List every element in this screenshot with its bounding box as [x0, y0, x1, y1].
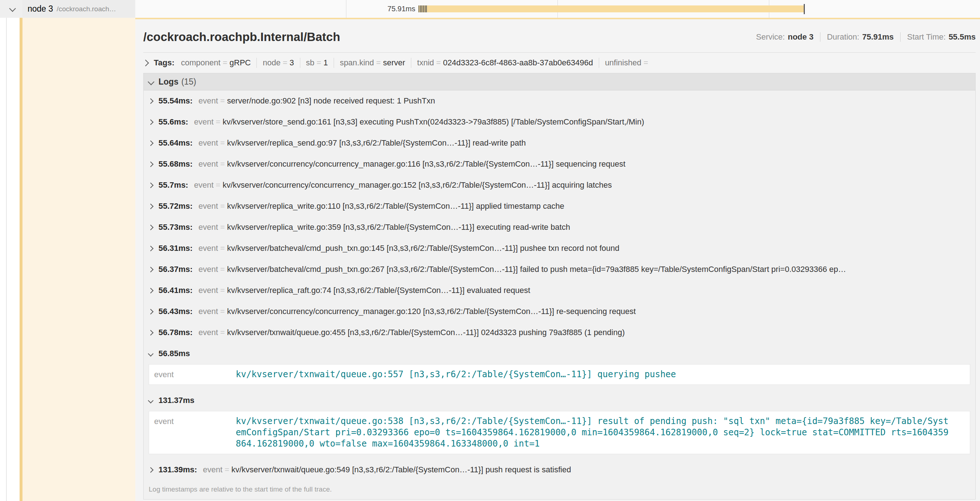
- chevron-down-icon[interactable]: [148, 351, 154, 356]
- tag-item: txnid = 024d3323-6c8f-4863-aa8b-37ab0e63…: [417, 58, 593, 67]
- tags-accordion[interactable]: Tags: component = gRPC node = 3 sb = 1 s…: [143, 53, 976, 73]
- service-value: node 3: [788, 32, 813, 42]
- log-detail-field: event: [154, 369, 236, 380]
- span-name-column-tint: [22, 18, 135, 501]
- log-field-key: event: [194, 117, 214, 127]
- log-marker: [421, 5, 422, 12]
- chevron-right-icon[interactable]: [148, 266, 154, 272]
- log-timestamp: 131.39ms:: [159, 465, 197, 474]
- log-message: kv/kvserver/batcheval/cmd_push_txn.go:26…: [227, 265, 846, 274]
- tag-separator: [334, 58, 334, 68]
- tag-key: sb: [306, 58, 315, 67]
- start-time-label: Start Time:: [907, 32, 945, 42]
- chevron-right-icon[interactable]: [148, 330, 154, 335]
- equals-sign: =: [376, 58, 381, 67]
- equals-sign: =: [220, 160, 225, 169]
- log-row[interactable]: 55.7ms: event = kv/kvserver/concurrency/…: [144, 175, 975, 196]
- chevron-right-icon[interactable]: [148, 203, 154, 209]
- log-timestamp: 55.6ms:: [159, 117, 188, 127]
- log-message: kv/kvserver/txnwait/queue.go:455 [n3,s3,…: [227, 328, 625, 337]
- log-row[interactable]: 56.43ms: event = kv/kvserver/concurrency…: [144, 301, 975, 322]
- log-row[interactable]: 131.39ms: event = kv/kvserver/txnwait/qu…: [144, 459, 975, 480]
- log-row[interactable]: 56.41ms: event = kv/kvserver/replica_raf…: [144, 280, 975, 301]
- log-row[interactable]: 56.31ms: event = kv/kvserver/batcheval/c…: [144, 238, 975, 259]
- log-message: kv/kvserver/concurrency/concurrency_mana…: [227, 307, 636, 316]
- chevron-right-icon[interactable]: [148, 182, 154, 188]
- log-field-key: event: [203, 465, 222, 474]
- log-field-key: event: [198, 201, 218, 211]
- tag-key: unfinished: [605, 58, 641, 67]
- log-timestamp: 56.85ms: [159, 349, 190, 358]
- log-field-key: event: [198, 286, 218, 295]
- log-message: kv/kvserver/concurrency/concurrency_mana…: [227, 160, 626, 169]
- chevron-right-icon[interactable]: [148, 467, 154, 473]
- log-timestamp: 55.54ms:: [159, 96, 192, 106]
- tag-value: 3: [290, 58, 294, 67]
- chevron-right-icon[interactable]: [143, 59, 149, 66]
- log-row[interactable]: 55.73ms: event = kv/kvserver/replica_wri…: [144, 217, 975, 238]
- chevron-right-icon[interactable]: [148, 161, 154, 167]
- log-timestamp: 55.7ms:: [159, 180, 188, 190]
- equals-sign: =: [436, 58, 441, 67]
- logs-header[interactable]: Logs (15): [144, 73, 975, 90]
- equals-sign: =: [283, 58, 287, 67]
- chevron-down-icon[interactable]: [148, 78, 154, 85]
- equals-sign: =: [216, 117, 221, 127]
- chevron-right-icon[interactable]: [148, 287, 154, 294]
- log-row[interactable]: 56.78ms: event = kv/kvserver/txnwait/que…: [144, 322, 975, 343]
- log-field-key: event: [198, 223, 218, 232]
- log-timestamp: 55.72ms:: [159, 201, 192, 211]
- log-row[interactable]: 55.64ms: event = kv/kvserver/replica_sen…: [144, 132, 975, 153]
- chevron-right-icon[interactable]: [148, 309, 154, 314]
- tag-item: component = gRPC: [181, 58, 251, 67]
- chevron-right-icon[interactable]: [148, 98, 154, 104]
- log-timestamp: 55.64ms:: [159, 138, 192, 148]
- log-message: kv/kvserver/batcheval/cmd_push_txn.go:14…: [227, 244, 619, 253]
- equals-sign: =: [220, 265, 225, 274]
- log-entry-expanded: 131.37ms event kv/kvserver/txnwait/queue…: [144, 390, 975, 454]
- span-detail-panel: /cockroach.roachpb.Internal/Batch Servic…: [135, 19, 980, 501]
- tag-value: server: [383, 58, 405, 67]
- log-message: kv/kvserver/replica_write.go:359 [n3,s3,…: [227, 223, 570, 232]
- log-field-key: event: [198, 265, 218, 274]
- start-time-value: 55.5ms: [948, 32, 976, 42]
- equals-sign: =: [220, 201, 225, 211]
- log-marker: [426, 5, 427, 12]
- log-field-key: event: [198, 244, 218, 253]
- log-message: server/node.go:902 [n3] node received re…: [227, 96, 435, 106]
- log-row-expanded-header[interactable]: 131.37ms: [144, 390, 975, 411]
- tags-label: Tags:: [154, 58, 175, 67]
- span-name-tab[interactable]: node 3 /cockroach.roach…: [22, 0, 135, 18]
- log-row-expanded-header[interactable]: 56.85ms: [144, 343, 975, 364]
- timeline-guide-line: [6, 0, 6, 501]
- log-marker: [423, 5, 423, 12]
- tag-key: component: [181, 58, 221, 67]
- chevron-right-icon[interactable]: [148, 224, 154, 230]
- span-duration-bar[interactable]: [418, 5, 805, 12]
- log-row[interactable]: 56.37ms: event = kv/kvserver/batcheval/c…: [144, 259, 975, 280]
- tag-value: 1: [323, 58, 328, 67]
- stat-separator: [900, 32, 900, 42]
- logs-accordion: Logs (15) 55.54ms: event = server/node.g…: [143, 73, 976, 499]
- equals-sign: =: [220, 244, 225, 253]
- chevron-right-icon[interactable]: [148, 246, 154, 251]
- tag-item: sb = 1: [306, 58, 328, 67]
- log-row[interactable]: 55.72ms: event = kv/kvserver/replica_wri…: [144, 196, 975, 217]
- span-timeline[interactable]: 75.91ms: [135, 0, 980, 18]
- chevron-right-icon[interactable]: [148, 140, 154, 146]
- chevron-right-icon[interactable]: [148, 119, 154, 125]
- tag-separator: [256, 58, 257, 68]
- log-row[interactable]: 55.6ms: event = kv/kvserver/store_send.g…: [144, 112, 975, 132]
- log-detail-value: kv/kvserver/txnwait/queue.go:538 [n3,s3,…: [236, 416, 950, 450]
- log-row[interactable]: 55.54ms: event = server/node.go:902 [n3]…: [144, 90, 975, 112]
- equals-sign: =: [223, 58, 228, 67]
- log-timestamp: 56.78ms:: [159, 328, 192, 337]
- log-marker: [420, 5, 421, 12]
- chevron-down-icon[interactable]: [148, 397, 154, 403]
- log-row[interactable]: 55.68ms: event = kv/kvserver/concurrency…: [144, 153, 975, 175]
- service-label: Service:: [756, 32, 784, 42]
- log-field-key: event: [198, 138, 218, 148]
- log-message: kv/kvserver/concurrency/concurrency_mana…: [223, 180, 612, 190]
- logs-footer-note: Log timestamps are relative to the start…: [144, 480, 975, 499]
- span-detail-header: /cockroach.roachpb.Internal/Batch Servic…: [143, 19, 976, 52]
